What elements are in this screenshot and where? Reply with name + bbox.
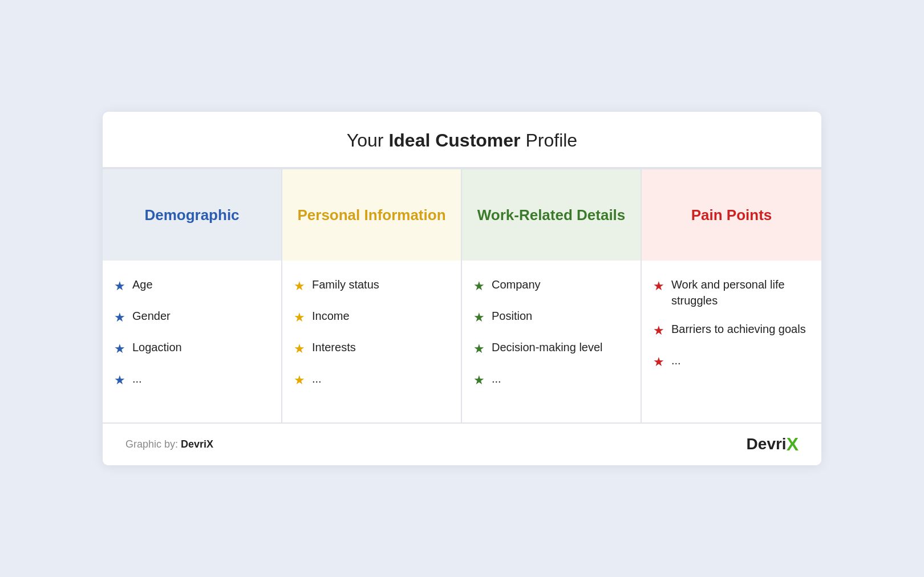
column-demographic: Demographic★Age★Gender★Logaction★...	[103, 169, 282, 422]
col-items-demographic: ★Age★Gender★Logaction★...	[103, 261, 281, 422]
item-text: ...	[312, 371, 322, 387]
list-item: ★Logaction	[114, 339, 270, 358]
star-icon: ★	[473, 372, 485, 389]
list-item: ★Decision-making level	[473, 339, 629, 358]
logo-x: X	[787, 434, 799, 455]
list-item: ★Interests	[294, 339, 449, 358]
columns-wrapper: Demographic★Age★Gender★Logaction★...Pers…	[103, 168, 821, 422]
item-text: Family status	[312, 277, 379, 292]
col-items-work: ★Company★Position★Decision-making level★…	[462, 261, 641, 422]
item-text: ...	[132, 371, 142, 387]
item-text: Logaction	[132, 339, 182, 355]
main-card: Your Ideal Customer Profile Demographic★…	[103, 112, 821, 465]
star-icon: ★	[114, 278, 125, 295]
item-text: ...	[671, 352, 681, 368]
star-icon: ★	[653, 353, 664, 371]
list-item: ★Gender	[114, 308, 270, 327]
col-items-pain: ★Work and personal life struggles★Barrie…	[642, 261, 821, 422]
col-header-demographic: Demographic	[103, 169, 281, 261]
list-item: ★Company	[473, 277, 629, 295]
star-icon: ★	[294, 340, 305, 358]
list-item: ★Work and personal life struggles	[653, 277, 810, 308]
list-item: ★...	[473, 371, 629, 389]
logo-text-dev: Devri	[747, 435, 787, 453]
star-icon: ★	[653, 278, 664, 295]
credit-text: Graphic by:	[125, 438, 181, 450]
star-icon: ★	[473, 309, 485, 327]
star-icon: ★	[294, 372, 305, 389]
col-header-personal: Personal Information	[282, 169, 461, 261]
page-title: Your Ideal Customer Profile	[125, 130, 799, 151]
list-item: ★Barriers to achieving goals	[653, 321, 810, 340]
item-text: Income	[312, 308, 350, 324]
column-work: Work-Related Details★Company★Position★De…	[462, 169, 642, 422]
devrix-logo: DevriX	[747, 434, 799, 455]
item-text: Age	[132, 277, 153, 292]
star-icon: ★	[294, 309, 305, 327]
credit-brand: DevriX	[181, 438, 213, 450]
col-header-pain: Pain Points	[642, 169, 821, 261]
item-text: ...	[492, 371, 501, 387]
col-items-personal: ★Family status★Income★Interests★...	[282, 261, 461, 422]
list-item: ★Age	[114, 277, 270, 295]
title-prefix: Your	[347, 130, 389, 151]
title-suffix: Profile	[521, 130, 578, 151]
list-item: ★Family status	[294, 277, 449, 295]
star-icon: ★	[294, 278, 305, 295]
list-item: ★Income	[294, 308, 449, 327]
item-text: Barriers to achieving goals	[671, 321, 806, 337]
star-icon: ★	[114, 309, 125, 327]
star-icon: ★	[114, 372, 125, 389]
col-header-work: Work-Related Details	[462, 169, 641, 261]
item-text: Interests	[312, 339, 356, 355]
column-personal: Personal Information★Family status★Incom…	[282, 169, 462, 422]
list-item: ★Position	[473, 308, 629, 327]
header-section: Your Ideal Customer Profile	[103, 112, 821, 168]
star-icon: ★	[114, 340, 125, 358]
star-icon: ★	[653, 322, 664, 340]
title-bold: Ideal Customer	[388, 130, 520, 151]
star-icon: ★	[473, 340, 485, 358]
list-item: ★...	[294, 371, 449, 389]
list-item: ★...	[114, 371, 270, 389]
item-text: Company	[492, 277, 541, 292]
item-text: Gender	[132, 308, 171, 324]
footer-bar: Graphic by: DevriX DevriX	[103, 422, 821, 465]
item-text: Decision-making level	[492, 339, 603, 355]
footer-credit: Graphic by: DevriX	[125, 438, 213, 450]
list-item: ★...	[653, 352, 810, 371]
column-pain: Pain Points★Work and personal life strug…	[642, 169, 821, 422]
item-text: Position	[492, 308, 532, 324]
star-icon: ★	[473, 278, 485, 295]
item-text: Work and personal life struggles	[671, 277, 810, 308]
